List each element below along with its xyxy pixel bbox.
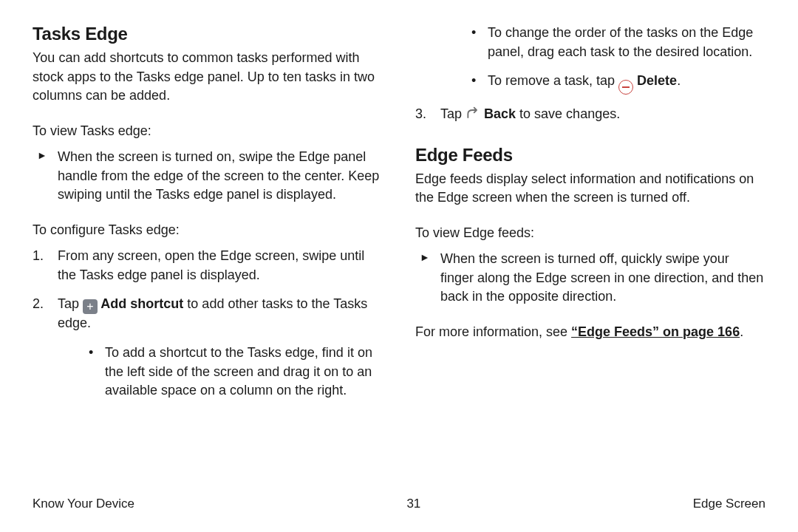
more-info: For more information, see “Edge Feeds” o… bbox=[415, 323, 765, 342]
feeds-intro: Edge feeds display select information an… bbox=[415, 170, 765, 208]
step-3-pre: Tap bbox=[440, 106, 466, 121]
view-feeds-list: When the screen is turned off, quickly s… bbox=[415, 250, 765, 307]
step-2-bold: Add shortcut bbox=[98, 296, 183, 311]
left-column: Tasks Edge You can add shortcuts to comm… bbox=[33, 24, 383, 417]
config-steps-cont: 3. Tap Back to save changes. bbox=[415, 105, 765, 124]
view-tasks-label: To view Tasks edge: bbox=[33, 122, 383, 141]
view-tasks-list: When the screen is turned on, swipe the … bbox=[33, 148, 383, 205]
edge-feeds-link[interactable]: “Edge Feeds” on page 166 bbox=[571, 324, 740, 339]
step-number: 1. bbox=[33, 247, 44, 266]
step-number: 2. bbox=[33, 295, 44, 314]
sub-remove-pre: To remove a task, tap bbox=[488, 73, 618, 88]
step-2-sublist-cont: To change the order of the tasks on the … bbox=[440, 24, 765, 95]
view-feeds-label: To view Edge feeds: bbox=[415, 224, 765, 243]
heading-tasks-edge: Tasks Edge bbox=[33, 24, 383, 44]
tasks-intro: You can add shortcuts to common tasks pe… bbox=[33, 49, 383, 106]
step-2: 2. Tap + Add shortcut to add other tasks… bbox=[33, 295, 383, 400]
page-body: Tasks Edge You can add shortcuts to comm… bbox=[0, 0, 798, 417]
plus-icon: + bbox=[83, 299, 98, 314]
config-tasks-label: To configure Tasks edge: bbox=[33, 221, 383, 240]
footer-page-number: 31 bbox=[406, 497, 420, 511]
step-3-bold: Back bbox=[480, 106, 516, 121]
step-1: 1. From any screen, open the Edge screen… bbox=[33, 247, 383, 284]
right-column: To change the order of the tasks on the … bbox=[415, 24, 765, 417]
heading-edge-feeds: Edge Feeds bbox=[415, 145, 765, 166]
footer-left: Know Your Device bbox=[33, 497, 134, 511]
sub-remove-post: . bbox=[677, 73, 681, 88]
more-post: . bbox=[740, 324, 743, 339]
sub-remove: To remove a task, tap Delete. bbox=[466, 72, 765, 95]
step-3-post: to save changes. bbox=[516, 106, 620, 121]
step-1-text: From any screen, open the Edge screen, s… bbox=[58, 248, 364, 282]
step-2-pre: Tap bbox=[58, 296, 83, 311]
step-number: 3. bbox=[415, 105, 426, 124]
back-icon bbox=[466, 106, 480, 121]
step-3: 3. Tap Back to save changes. bbox=[415, 105, 765, 124]
page-footer: Know Your Device 31 Edge Screen bbox=[33, 497, 765, 511]
sub-reorder: To change the order of the tasks on the … bbox=[466, 24, 765, 61]
footer-right: Edge Screen bbox=[693, 497, 765, 511]
step-2-sublist: To add a shortcut to the Tasks edge, fin… bbox=[58, 344, 383, 400]
config-steps: 1. From any screen, open the Edge screen… bbox=[33, 247, 383, 400]
delete-icon bbox=[618, 80, 633, 95]
view-tasks-item: When the screen is turned on, swipe the … bbox=[33, 148, 383, 205]
more-pre: For more information, see bbox=[415, 324, 571, 339]
view-feeds-item: When the screen is turned off, quickly s… bbox=[415, 250, 765, 307]
sub-add-shortcut: To add a shortcut to the Tasks edge, fin… bbox=[83, 344, 383, 400]
sub-remove-bold: Delete bbox=[633, 73, 677, 88]
